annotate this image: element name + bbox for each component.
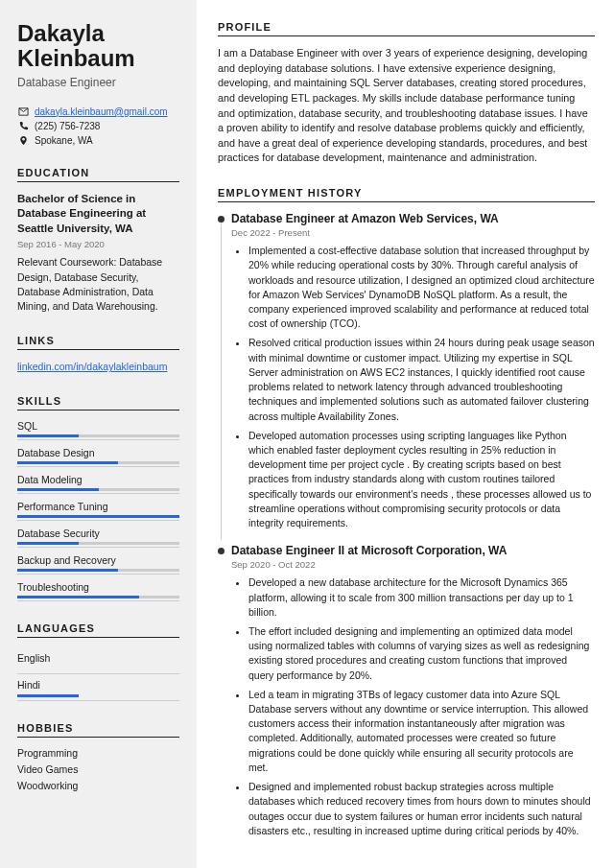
- job-position-title: Database Engineer II at Microsoft Corpor…: [231, 544, 595, 557]
- contact-phone-row: (225) 756-7238: [17, 121, 179, 131]
- job-bullet-list: Developed a new database architecture fo…: [231, 575, 595, 838]
- education-degree: Bachelor of Science in Database Engineer…: [17, 192, 179, 237]
- skill-item: SQL: [17, 420, 179, 440]
- contact-location-row: Spokane, WA: [17, 135, 179, 146]
- skill-item: Database Security: [17, 528, 179, 548]
- phone-icon: [17, 121, 29, 131]
- education-heading: EDUCATION: [17, 167, 179, 182]
- skills-heading: SKILLS: [17, 395, 179, 411]
- person-name: Dakayla Kleinbaum: [17, 21, 179, 72]
- job-bullet: The effort included designing and implem…: [248, 624, 595, 683]
- education-coursework: Relevant Coursework: Database Design, Da…: [17, 255, 179, 314]
- phone-text: (225) 756-7238: [35, 121, 100, 131]
- job-position-title: Database Engineer at Amazon Web Services…: [231, 212, 595, 225]
- linkedin-link[interactable]: linkedin.com/in/dakaylakleinbaum: [17, 361, 167, 372]
- job-bullet-list: Implemented a cost-effective database so…: [231, 244, 595, 530]
- languages-list: EnglishHindi: [17, 647, 179, 701]
- main-column: PROFILE I am a Database Engineer with ov…: [197, 0, 614, 868]
- links-heading: LINKS: [17, 335, 179, 350]
- skill-bar: [17, 569, 179, 572]
- language-name: English: [17, 652, 179, 664]
- language-item: Hindi: [17, 674, 179, 701]
- job-entry: Database Engineer II at Microsoft Corpor…: [218, 544, 595, 838]
- profile-text: I am a Database Engineer with over 3 yea…: [218, 46, 595, 166]
- job-dates: Sep 2020 - Oct 2022: [231, 559, 595, 570]
- hobby-item: Woodworking: [17, 780, 179, 791]
- envelope-icon: [17, 106, 29, 117]
- email-link[interactable]: dakayla.kleinbaum@gmail.com: [35, 106, 168, 117]
- hobbies-list: ProgrammingVideo GamesWoodworking: [17, 747, 179, 791]
- language-bar: [17, 694, 179, 697]
- contact-email-row: dakayla.kleinbaum@gmail.com: [17, 106, 179, 117]
- skill-bar: [17, 434, 179, 437]
- language-bar: [17, 668, 179, 670]
- language-name: Hindi: [17, 679, 179, 691]
- languages-heading: LANGUAGES: [17, 622, 179, 638]
- job-bullet: Designed and implemented robust backup s…: [248, 780, 595, 838]
- jobs-list: Database Engineer at Amazon Web Services…: [218, 212, 595, 838]
- skill-item: Data Modeling: [17, 474, 179, 494]
- employment-heading: EMPLOYMENT HISTORY: [218, 187, 595, 202]
- job-bullet: Developed a new database architecture fo…: [248, 575, 595, 620]
- skill-name: Performance Tuning: [17, 501, 179, 512]
- job-dates: Dec 2022 - Present: [231, 227, 595, 238]
- skill-name: Data Modeling: [17, 474, 179, 485]
- hobby-item: Video Games: [17, 763, 179, 775]
- job-bullet: Developed automation processes using scr…: [248, 429, 595, 531]
- hobbies-heading: HOBBIES: [17, 722, 179, 738]
- job-bullet: Resolved critical production issues with…: [248, 336, 595, 423]
- skill-item: Database Design: [17, 447, 179, 467]
- skill-bar: [17, 488, 179, 491]
- skill-name: Database Design: [17, 447, 179, 458]
- job-title-label: Database Engineer: [17, 76, 179, 89]
- skill-item: Troubleshooting: [17, 581, 179, 601]
- location-text: Spokane, WA: [35, 135, 93, 146]
- pin-icon: [17, 135, 29, 146]
- sidebar: Dakayla Kleinbaum Database Engineer daka…: [0, 0, 197, 868]
- skill-bar: [17, 461, 179, 464]
- education-dates: Sep 2016 - May 2020: [17, 239, 179, 249]
- skill-name: SQL: [17, 420, 179, 432]
- hobby-item: Programming: [17, 747, 179, 759]
- skill-item: Backup and Recovery: [17, 554, 179, 575]
- job-entry: Database Engineer at Amazon Web Services…: [218, 212, 595, 530]
- skills-list: SQLDatabase DesignData ModelingPerforman…: [17, 420, 179, 601]
- skill-bar: [17, 596, 179, 598]
- skill-name: Backup and Recovery: [17, 554, 179, 566]
- job-bullet: Implemented a cost-effective database so…: [248, 244, 595, 331]
- language-item: English: [17, 647, 179, 674]
- profile-heading: PROFILE: [218, 21, 595, 36]
- skill-name: Database Security: [17, 528, 179, 539]
- skill-name: Troubleshooting: [17, 581, 179, 593]
- skill-bar: [17, 515, 179, 518]
- skill-bar: [17, 542, 179, 545]
- job-bullet: Led a team in migrating 3TBs of legacy c…: [248, 688, 595, 775]
- skill-item: Performance Tuning: [17, 501, 179, 521]
